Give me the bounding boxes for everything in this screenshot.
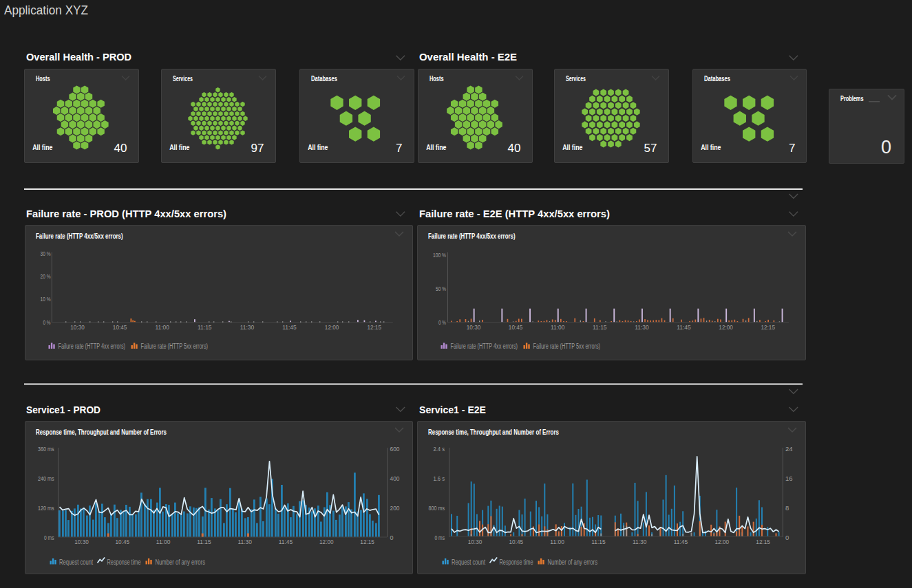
svg-text:Response time: Response time bbox=[500, 558, 533, 566]
svg-text:All fine: All fine bbox=[308, 143, 328, 151]
svg-text:11:30: 11:30 bbox=[240, 323, 255, 331]
svg-text:7: 7 bbox=[396, 142, 402, 155]
svg-text:All fine: All fine bbox=[32, 143, 52, 151]
svg-text:600: 600 bbox=[390, 445, 400, 453]
svg-text:8: 8 bbox=[785, 504, 789, 512]
svg-text:11:45: 11:45 bbox=[677, 323, 691, 331]
svg-text:20 %: 20 % bbox=[41, 272, 51, 280]
svg-text:Application XYZ: Application XYZ bbox=[4, 3, 88, 17]
svg-text:Response time: Response time bbox=[107, 558, 141, 566]
svg-text:Service1 - E2E: Service1 - E2E bbox=[419, 404, 486, 415]
svg-text:120 ms: 120 ms bbox=[38, 504, 54, 512]
svg-text:0 %: 0 % bbox=[438, 318, 446, 326]
svg-text:11:45: 11:45 bbox=[279, 538, 293, 545]
svg-text:10:30: 10:30 bbox=[70, 323, 85, 331]
svg-text:10:30: 10:30 bbox=[467, 323, 481, 331]
svg-text:11:15: 11:15 bbox=[198, 323, 212, 331]
svg-text:10:45: 10:45 bbox=[116, 538, 130, 545]
svg-text:40: 40 bbox=[114, 142, 127, 155]
svg-text:Hosts: Hosts bbox=[36, 74, 50, 83]
svg-text:Response time, Throughput and: Response time, Throughput and Number of … bbox=[36, 428, 167, 436]
svg-text:12:15: 12:15 bbox=[367, 323, 381, 331]
svg-text:12:15: 12:15 bbox=[761, 323, 775, 331]
svg-text:10:30: 10:30 bbox=[468, 538, 482, 545]
svg-text:11:45: 11:45 bbox=[282, 323, 297, 331]
svg-text:11:00: 11:00 bbox=[551, 323, 565, 331]
svg-text:11:00: 11:00 bbox=[550, 538, 564, 545]
svg-text:Number of any errors: Number of any errors bbox=[156, 558, 206, 566]
svg-text:11:30: 11:30 bbox=[635, 323, 649, 331]
svg-text:Overall Health - E2E: Overall Health - E2E bbox=[419, 51, 517, 63]
svg-text:Overall Health - PROD: Overall Health - PROD bbox=[26, 51, 131, 63]
svg-text:Request count: Request count bbox=[452, 558, 485, 566]
svg-text:0: 0 bbox=[785, 534, 789, 541]
svg-text:0 ms: 0 ms bbox=[435, 534, 445, 541]
svg-text:11:15: 11:15 bbox=[593, 323, 607, 331]
svg-text:24: 24 bbox=[785, 445, 793, 453]
svg-text:Failure rate - E2E (HTTP 4xx/5: Failure rate - E2E (HTTP 4xx/5xx errors) bbox=[419, 208, 610, 219]
svg-text:All fine: All fine bbox=[701, 143, 721, 151]
svg-text:0 %: 0 % bbox=[43, 318, 51, 326]
svg-text:Problems: Problems bbox=[840, 94, 864, 102]
svg-text:11:30: 11:30 bbox=[633, 538, 647, 545]
svg-text:Failure rate (HTTP 4xx errors): Failure rate (HTTP 4xx errors) bbox=[59, 342, 126, 350]
svg-text:Failure rate (HTTP 4xx/5xx err: Failure rate (HTTP 4xx/5xx errors) bbox=[428, 232, 516, 240]
svg-text:11:15: 11:15 bbox=[197, 538, 211, 545]
svg-text:12:00: 12:00 bbox=[319, 538, 334, 545]
svg-text:12:15: 12:15 bbox=[756, 538, 770, 545]
svg-text:11:15: 11:15 bbox=[591, 538, 606, 545]
svg-text:1.6 s: 1.6 s bbox=[434, 475, 445, 482]
svg-text:Services: Services bbox=[173, 74, 193, 83]
svg-text:10:45: 10:45 bbox=[509, 538, 524, 545]
svg-text:Databases: Databases bbox=[311, 74, 337, 83]
svg-text:11:00: 11:00 bbox=[155, 323, 169, 331]
svg-text:400: 400 bbox=[390, 475, 400, 482]
svg-text:Databases: Databases bbox=[704, 74, 730, 83]
svg-text:Services: Services bbox=[566, 74, 586, 83]
svg-text:200: 200 bbox=[390, 504, 400, 512]
svg-text:57: 57 bbox=[644, 142, 657, 155]
svg-text:100 %: 100 % bbox=[433, 251, 446, 259]
svg-text:0: 0 bbox=[881, 137, 891, 157]
svg-text:10:45: 10:45 bbox=[113, 323, 127, 331]
svg-text:11:30: 11:30 bbox=[237, 538, 252, 545]
svg-text:0: 0 bbox=[390, 534, 394, 541]
svg-text:Number of any errors: Number of any errors bbox=[548, 558, 598, 566]
svg-text:12:00: 12:00 bbox=[715, 538, 730, 545]
svg-text:Failure rate (HTTP 4xx errors): Failure rate (HTTP 4xx errors) bbox=[451, 342, 518, 350]
svg-text:240 ms: 240 ms bbox=[38, 475, 54, 482]
svg-text:97: 97 bbox=[251, 142, 264, 155]
svg-text:All fine: All fine bbox=[169, 143, 189, 151]
svg-text:30 %: 30 % bbox=[41, 250, 51, 257]
svg-text:Failure rate (HTTP 5xx errors): Failure rate (HTTP 5xx errors) bbox=[533, 342, 601, 350]
svg-text:Response time, Throughput and: Response time, Throughput and Number of … bbox=[428, 428, 559, 436]
svg-text:Request count: Request count bbox=[59, 558, 93, 566]
svg-text:Failure rate (HTTP 5xx errors): Failure rate (HTTP 5xx errors) bbox=[141, 342, 209, 350]
svg-text:Failure rate (HTTP 4xx/5xx err: Failure rate (HTTP 4xx/5xx errors) bbox=[36, 232, 123, 240]
svg-text:16: 16 bbox=[785, 475, 793, 482]
svg-text:800 ms: 800 ms bbox=[429, 504, 445, 512]
svg-text:2.4 s: 2.4 s bbox=[434, 445, 445, 453]
svg-text:10:45: 10:45 bbox=[509, 323, 523, 331]
svg-text:12:15: 12:15 bbox=[360, 538, 374, 545]
svg-text:All fine: All fine bbox=[426, 143, 446, 151]
svg-text:7: 7 bbox=[789, 142, 795, 155]
svg-text:Hosts: Hosts bbox=[430, 74, 444, 83]
svg-text:11:00: 11:00 bbox=[156, 538, 171, 545]
svg-text:0 ms: 0 ms bbox=[44, 534, 54, 541]
svg-text:10 %: 10 % bbox=[41, 295, 51, 303]
svg-text:Service1 - PROD: Service1 - PROD bbox=[26, 404, 100, 415]
svg-text:Failure rate - PROD (HTTP 4xx/: Failure rate - PROD (HTTP 4xx/5xx errors… bbox=[26, 208, 226, 219]
svg-text:12:00: 12:00 bbox=[719, 323, 733, 331]
svg-text:12:00: 12:00 bbox=[325, 323, 339, 331]
svg-text:All fine: All fine bbox=[562, 143, 582, 151]
svg-text:50 %: 50 % bbox=[436, 285, 446, 292]
svg-text:360 ms: 360 ms bbox=[38, 445, 54, 453]
svg-text:11:45: 11:45 bbox=[674, 538, 688, 545]
svg-text:40: 40 bbox=[508, 142, 521, 155]
svg-text:10:30: 10:30 bbox=[74, 538, 89, 545]
